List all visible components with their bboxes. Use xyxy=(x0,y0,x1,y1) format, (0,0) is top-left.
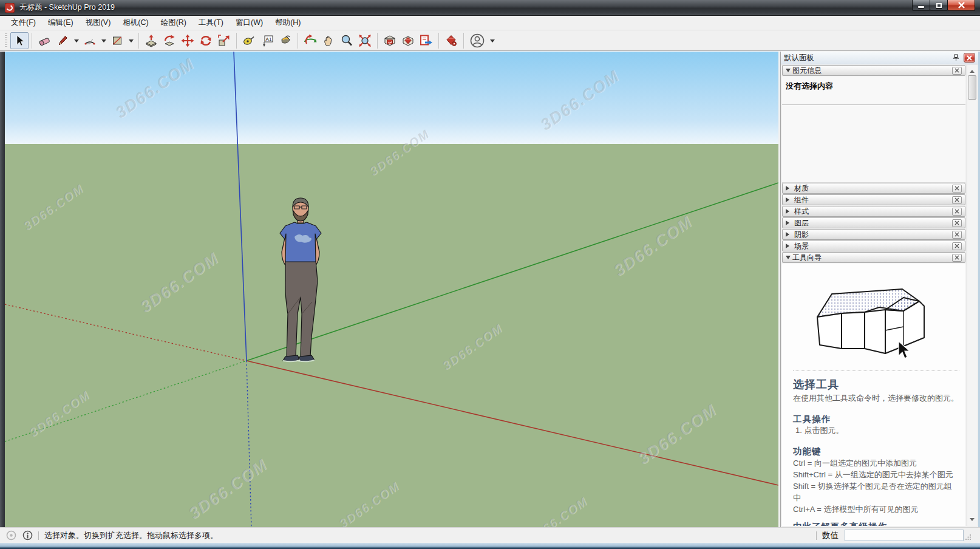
follow-me-icon xyxy=(163,34,176,47)
modifier-key-line: Shift = 切换选择某个图元是否在选定的图元组中 xyxy=(793,480,959,503)
panel-scrollbar[interactable] xyxy=(967,65,977,526)
tool-paint-bucket-button[interactable] xyxy=(276,32,294,49)
tool-arc-dropdown[interactable] xyxy=(99,32,108,49)
section-entity-info[interactable]: 图元信息 xyxy=(782,65,965,76)
scroll-down-button[interactable] xyxy=(968,516,976,525)
toolbar-separator xyxy=(377,33,378,49)
close-icon xyxy=(954,220,959,225)
tray-close-button[interactable] xyxy=(964,53,975,63)
scroll-up-button[interactable] xyxy=(968,66,976,75)
tray-title: 默认面板 xyxy=(784,53,814,63)
tool-rectangle-button[interactable] xyxy=(108,32,126,49)
tool-rectangle-dropdown[interactable] xyxy=(126,32,135,49)
menu-help[interactable]: 帮助(H) xyxy=(269,15,307,30)
pin-button[interactable] xyxy=(950,53,961,63)
section-close-button[interactable] xyxy=(952,231,962,239)
divider xyxy=(816,531,817,540)
menu-tools[interactable]: 工具(T) xyxy=(192,15,230,30)
section-close-button[interactable] xyxy=(952,242,962,250)
section-close-button[interactable] xyxy=(952,254,962,262)
tool-line-dropdown[interactable] xyxy=(72,32,81,49)
menu-camera[interactable]: 相机(C) xyxy=(117,15,154,30)
tool-move-button[interactable] xyxy=(179,32,197,49)
section-materials[interactable]: 材质 xyxy=(782,183,965,194)
resize-grip[interactable] xyxy=(965,534,971,540)
toolbar-separator xyxy=(138,33,139,49)
menu-view[interactable]: 视图(V) xyxy=(80,15,117,30)
window-title: 无标题 - SketchUp Pro 2019 xyxy=(19,2,115,13)
tool-tape-measure-button[interactable] xyxy=(240,32,258,49)
tool-line-button[interactable] xyxy=(53,32,72,49)
sign-in-dropdown[interactable] xyxy=(488,32,497,49)
tool-zoom-button[interactable] xyxy=(338,32,356,49)
close-icon xyxy=(954,255,959,260)
tray-body: 图元信息 没有选择内容 材质 组件 样式 xyxy=(782,65,965,526)
modifier-key-line: Ctrl+A = 选择模型中所有可见的图元 xyxy=(793,503,959,515)
tool-eraser-button[interactable] xyxy=(35,32,53,49)
section-label: 阴影 xyxy=(794,230,809,240)
geolocation-icon[interactable] xyxy=(6,530,16,540)
menu-draw[interactable]: 绘图(R) xyxy=(155,15,192,30)
scroll-thumb[interactable] xyxy=(968,75,976,100)
chevron-down-icon xyxy=(490,39,495,45)
section-scenes[interactable]: 场景 xyxy=(782,240,965,251)
tool-follow-me-button[interactable] xyxy=(160,32,179,49)
tool-extension-warehouse-button[interactable] xyxy=(399,32,417,49)
cursor-arrow-icon xyxy=(13,35,26,47)
section-label: 场景 xyxy=(794,241,809,251)
window-controls xyxy=(913,0,975,11)
tool-send-to-layout-button[interactable] xyxy=(417,32,435,49)
eraser-icon xyxy=(38,35,51,47)
tool-pan-button[interactable] xyxy=(319,32,338,49)
tool-extension-manager-button[interactable] xyxy=(442,32,460,49)
divider xyxy=(38,531,39,540)
tool-zoom-extents-button[interactable] xyxy=(356,32,374,49)
section-close-button[interactable] xyxy=(952,185,962,193)
info-icon[interactable] xyxy=(22,530,33,540)
tray-header: 默认面板 xyxy=(781,52,978,64)
model-scene xyxy=(5,52,778,527)
section-instructor[interactable]: 工具向导 xyxy=(782,252,965,263)
window-border-left xyxy=(0,52,5,527)
tool-scale-button[interactable] xyxy=(215,32,233,49)
tool-rotate-button[interactable] xyxy=(197,32,215,49)
menu-file[interactable]: 文件(F) xyxy=(5,15,42,30)
tool-arc-button[interactable] xyxy=(81,32,99,49)
section-close-button[interactable] xyxy=(952,208,962,216)
section-label: 图层 xyxy=(794,218,809,228)
tool-select-button[interactable] xyxy=(10,32,29,49)
collapsed-triangle-icon xyxy=(786,209,792,214)
measurements-input[interactable] xyxy=(845,530,964,541)
section-close-button[interactable] xyxy=(952,219,962,227)
magnifier-extents-icon xyxy=(358,34,372,47)
sign-in-button[interactable] xyxy=(467,32,488,49)
modifier-key-line: Shift+Ctrl = 从一组选定的图元中去掉某个图元 xyxy=(793,469,959,480)
instructor-illustration xyxy=(806,274,946,366)
menu-edit[interactable]: 编辑(E) xyxy=(42,15,80,30)
modifier-key-line: Ctrl = 向一组选定的图元中添加图元 xyxy=(793,457,959,469)
tool-3d-warehouse-button[interactable] xyxy=(381,32,399,49)
tool-text-button[interactable]: A1 xyxy=(258,32,276,49)
restore-button[interactable] xyxy=(930,0,948,11)
minimize-button[interactable] xyxy=(912,0,930,11)
tool-orbit-button[interactable] xyxy=(301,32,319,49)
restore-icon xyxy=(936,3,942,8)
ruby-box-icon xyxy=(401,34,415,47)
section-layers[interactable]: 图层 xyxy=(782,217,965,228)
model-viewport[interactable] xyxy=(5,52,778,527)
tool-push-pull-button[interactable] xyxy=(142,32,160,49)
toolbar-separator xyxy=(32,33,32,49)
section-label: 组件 xyxy=(794,195,809,205)
section-close-button[interactable] xyxy=(952,67,962,75)
section-components[interactable]: 组件 xyxy=(782,194,965,205)
section-shadows[interactable]: 阴影 xyxy=(782,229,965,240)
rectangle-icon xyxy=(111,35,123,47)
toolbar-grip[interactable] xyxy=(5,33,7,48)
section-styles[interactable]: 样式 xyxy=(782,206,965,217)
section-close-button[interactable] xyxy=(952,196,962,204)
menu-window[interactable]: 窗口(W) xyxy=(230,15,269,30)
default-tray-panel: 默认面板 图元信息 没有选择内容 材质 xyxy=(780,52,978,527)
toolbar-separator xyxy=(438,33,439,49)
close-button[interactable] xyxy=(947,0,975,11)
chevron-down-icon xyxy=(101,39,106,45)
